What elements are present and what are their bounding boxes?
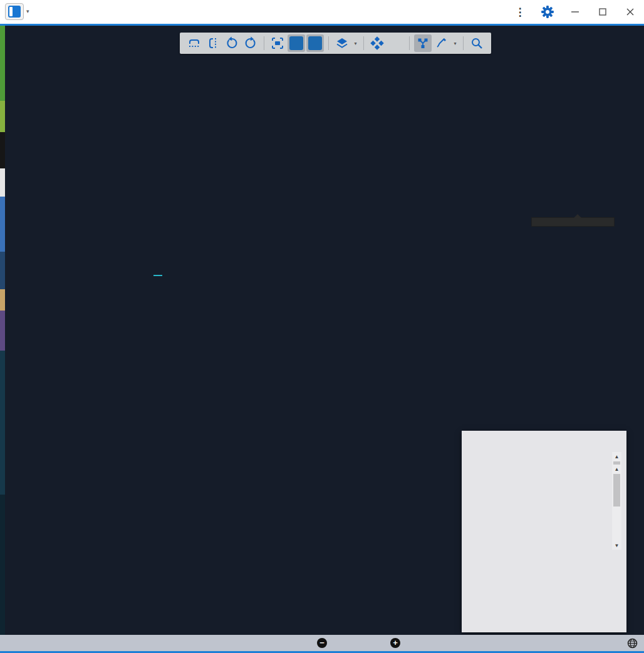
net-table-scrollbar[interactable]: ▲ ▼ xyxy=(612,465,621,550)
net-name-label[interactable] xyxy=(153,275,162,276)
gear-icon xyxy=(541,5,554,19)
layers-icon xyxy=(335,36,349,50)
toolbar-separator xyxy=(328,36,329,50)
zoom-out-icon: − xyxy=(317,638,327,648)
maximize-icon xyxy=(598,8,607,16)
background-window-strip xyxy=(0,26,5,635)
inspector-panel: ▲ ▼ ▲ xyxy=(462,431,626,632)
top-layer-button[interactable] xyxy=(288,34,305,52)
layers-dropdown-chevron-icon[interactable]: ▾ xyxy=(351,34,360,52)
part-tooltip xyxy=(531,217,615,227)
rotate-cw-button[interactable] xyxy=(242,34,259,52)
toolbar-separator xyxy=(409,36,410,50)
zoom-in-button[interactable]: + xyxy=(390,635,400,651)
toolbar-separator xyxy=(363,36,364,50)
more-options-button[interactable]: ⋮ xyxy=(506,0,534,24)
flip-horizontal-icon xyxy=(187,36,201,50)
globe-button[interactable] xyxy=(627,635,638,651)
components-icon xyxy=(370,36,384,50)
status-bar: − + xyxy=(0,635,644,651)
net-topology-icon xyxy=(416,36,430,50)
layers-button[interactable] xyxy=(333,34,351,52)
title-bar: ▾ ⋮ xyxy=(0,0,644,24)
flip-horizontal-button[interactable] xyxy=(185,34,203,52)
fit-view-button[interactable] xyxy=(269,34,286,52)
flip-vertical-button[interactable] xyxy=(204,34,222,52)
app-menu-button[interactable] xyxy=(5,3,24,20)
minimize-icon xyxy=(571,8,579,16)
app-logo-icon xyxy=(8,6,21,18)
zoom-out-button[interactable]: − xyxy=(317,635,327,651)
components-button[interactable] xyxy=(368,34,386,52)
zoom-in-icon: + xyxy=(390,638,400,648)
net-topology-button[interactable] xyxy=(414,34,432,52)
fit-view-icon xyxy=(271,36,284,50)
globe-icon xyxy=(627,638,638,649)
app-menu-chevron-icon[interactable]: ▾ xyxy=(26,8,29,14)
vertical-ellipsis-icon: ⋮ xyxy=(515,6,526,19)
close-icon xyxy=(626,8,635,16)
bottom-layer-button[interactable] xyxy=(306,34,324,52)
maximize-button[interactable] xyxy=(589,0,616,24)
2d-mode-button[interactable] xyxy=(387,34,405,52)
pcb-canvas[interactable]: ▾ xyxy=(0,26,644,635)
toolbar-separator xyxy=(463,36,464,50)
measure-button[interactable] xyxy=(433,34,450,52)
measure-dropdown-chevron-icon[interactable]: ▾ xyxy=(451,34,459,52)
scroll-up-icon[interactable]: ▲ xyxy=(612,465,621,473)
rotate-ccw-icon xyxy=(225,36,239,50)
settings-button[interactable] xyxy=(534,0,561,24)
close-button[interactable] xyxy=(616,0,644,24)
flip-vertical-icon xyxy=(206,36,220,50)
rotate-ccw-button[interactable] xyxy=(223,34,241,52)
measure-pen-icon xyxy=(435,36,449,50)
search-icon xyxy=(470,36,484,50)
top-layer-label xyxy=(289,36,303,50)
window-controls: ⋮ xyxy=(506,0,644,24)
toolbar-separator xyxy=(264,36,264,50)
search-button[interactable] xyxy=(468,34,486,52)
view-toolbar: ▾ xyxy=(180,33,491,54)
scroll-down-icon[interactable]: ▼ xyxy=(612,541,621,550)
rotate-cw-icon xyxy=(244,36,257,50)
minimize-button[interactable] xyxy=(561,0,589,24)
scroll-up-icon[interactable]: ▲ xyxy=(612,452,621,461)
scrollbar-thumb[interactable] xyxy=(613,474,620,506)
part-section: ▲ ▼ xyxy=(462,431,626,438)
bottom-layer-label xyxy=(308,36,322,50)
net-section: ▲ ▼ xyxy=(462,443,626,451)
